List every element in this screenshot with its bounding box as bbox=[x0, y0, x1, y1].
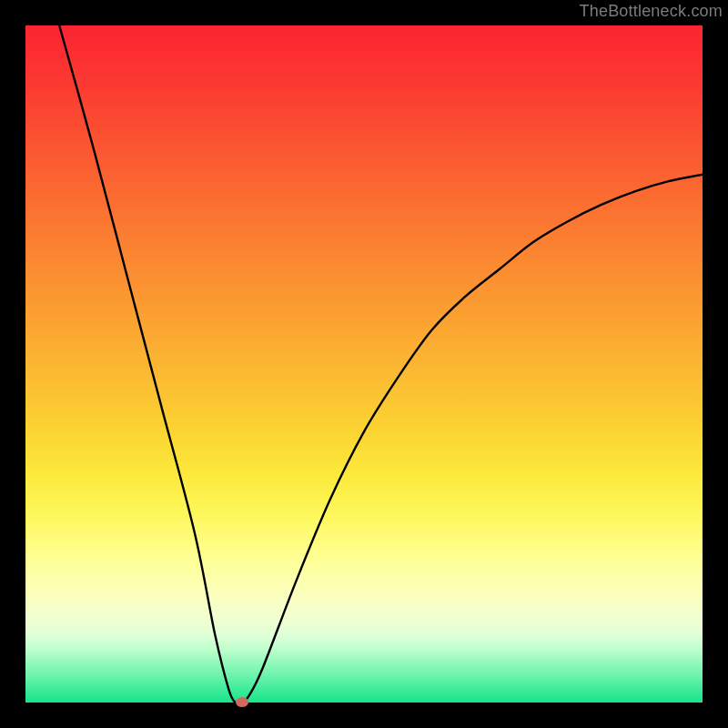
bottleneck-curve bbox=[25, 25, 703, 703]
optimal-point-marker bbox=[236, 697, 248, 707]
watermark-text: TheBottleneck.com bbox=[580, 2, 723, 21]
chart-frame: TheBottleneck.com bbox=[0, 0, 728, 728]
plot-area bbox=[25, 25, 703, 703]
